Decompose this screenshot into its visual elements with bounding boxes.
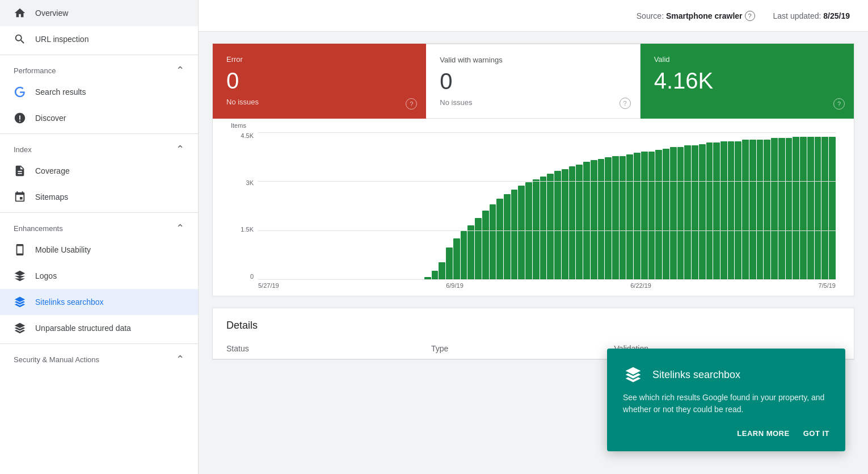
bar-46	[591, 160, 597, 280]
index-chevron-icon: ⌃	[176, 143, 184, 156]
sidebar-item-unparsable-structured-data[interactable]: Unparsable structured data	[0, 315, 198, 341]
error-label: Error	[226, 55, 412, 64]
security-manual-label: Security & Manual Actions	[14, 355, 99, 364]
sidebar-item-overview[interactable]: Overview	[0, 0, 198, 26]
sidebar: Overview URL inspection Performance ⌃ Se…	[0, 0, 199, 474]
bar-74	[793, 137, 799, 280]
got-it-button[interactable]: GOT IT	[803, 427, 829, 440]
sidebar-item-url-inspection[interactable]: URL inspection	[0, 26, 198, 52]
tooltip-header: Sitelinks searchbox	[623, 364, 829, 385]
asterisk-icon	[14, 112, 26, 124]
warning-help-icon[interactable]: ?	[620, 98, 631, 109]
header-bar: Source: Smartphone crawler ? Last update…	[199, 0, 868, 32]
google-icon	[14, 86, 26, 98]
bar-27	[453, 238, 460, 280]
bar-25	[439, 262, 445, 280]
bar-chart: Items 4.5K 3K 1.5K 0	[213, 119, 854, 296]
y-tick-1: 0	[231, 273, 254, 280]
index-section-header[interactable]: Index ⌃	[0, 136, 198, 158]
bar-56	[663, 149, 669, 280]
sitelinks-searchbox-label: Sitelinks searchbox	[35, 297, 104, 307]
mobile-icon	[14, 244, 26, 256]
bar-33	[496, 199, 503, 280]
security-manual-section-header[interactable]: Security & Manual Actions ⌃	[0, 346, 198, 368]
stats-row: Error 0 No issues ? Valid with warnings …	[213, 44, 854, 119]
search-results-label: Search results	[35, 87, 86, 97]
bar-31	[482, 211, 489, 280]
stat-card-valid[interactable]: Valid 4.16K ?	[641, 44, 854, 119]
layers-icon	[14, 296, 26, 308]
bar-28	[461, 231, 467, 280]
bar-78	[821, 137, 828, 280]
bar-38	[533, 179, 540, 280]
discover-label: Discover	[35, 114, 66, 123]
sidebar-item-sitemaps[interactable]: Sitemaps	[0, 184, 198, 210]
bar-70	[764, 140, 770, 280]
learn-more-button[interactable]: LEARN MORE	[737, 427, 789, 440]
error-value: 0	[226, 68, 412, 93]
bar-64	[720, 141, 727, 280]
sidebar-item-logos[interactable]: Logos	[0, 263, 198, 289]
bar-52	[634, 153, 641, 280]
bar-68	[749, 140, 756, 280]
enhancements-section-header[interactable]: Enhancements ⌃	[0, 215, 198, 237]
unparsable-structured-data-label: Unparsable structured data	[35, 324, 131, 333]
bar-48	[605, 157, 612, 280]
enhancements-label: Enhancements	[14, 224, 63, 233]
bar-47	[598, 159, 605, 280]
bar-59	[684, 145, 691, 280]
warning-sublabel: No issues	[440, 98, 626, 107]
bar-62	[706, 142, 713, 280]
warning-label: Valid with warnings	[440, 56, 626, 64]
performance-label: Performance	[14, 66, 56, 75]
tooltip-title: Sitelinks searchbox	[652, 369, 740, 381]
sidebar-item-search-results[interactable]: Search results	[0, 79, 198, 105]
tooltip-description: See which rich results Google found in y…	[623, 392, 829, 416]
col-type: Type	[418, 338, 601, 359]
sidebar-item-coverage[interactable]: Coverage	[0, 158, 198, 184]
bar-35	[511, 190, 518, 280]
bar-50	[620, 156, 626, 280]
bar-58	[677, 147, 684, 280]
error-help-icon[interactable]: ?	[406, 98, 417, 110]
home-icon	[14, 7, 26, 19]
warning-value: 0	[440, 69, 626, 94]
bar-43	[569, 166, 576, 280]
source-help-icon[interactable]: ?	[745, 11, 755, 21]
bar-65	[728, 141, 735, 280]
bar-69	[757, 140, 764, 280]
url-inspection-label: URL inspection	[35, 35, 89, 44]
sidebar-item-discover[interactable]: Discover	[0, 105, 198, 131]
bar-40	[547, 174, 554, 280]
stat-card-warning[interactable]: Valid with warnings 0 No issues ?	[426, 44, 640, 119]
performance-chevron-icon: ⌃	[176, 64, 184, 77]
stats-chart-card: Error 0 No issues ? Valid with warnings …	[212, 43, 854, 296]
sidebar-item-sitelinks-searchbox[interactable]: Sitelinks searchbox	[0, 289, 198, 315]
performance-section-header[interactable]: Performance ⌃	[0, 57, 198, 79]
bar-39	[540, 177, 547, 280]
bar-66	[735, 141, 741, 280]
enhancements-chevron-icon: ⌃	[176, 222, 184, 234]
y-tick-3: 3K	[231, 179, 254, 186]
bar-67	[742, 140, 749, 280]
source-prefix: Source:	[637, 11, 664, 20]
x-label-2: 6/9/19	[446, 282, 464, 289]
mobile-usability-label: Mobile Usability	[35, 245, 91, 254]
valid-value: 4.16K	[654, 68, 840, 93]
bar-42	[562, 169, 568, 280]
stat-card-error[interactable]: Error 0 No issues ?	[213, 44, 426, 119]
bar-26	[446, 248, 453, 280]
valid-help-icon[interactable]: ?	[833, 98, 845, 110]
sidebar-item-mobile-usability[interactable]: Mobile Usability	[0, 237, 198, 263]
bar-77	[815, 137, 821, 280]
bar-29	[467, 225, 474, 280]
bar-60	[692, 145, 698, 280]
bar-24	[432, 271, 439, 280]
overview-label: Overview	[35, 9, 68, 18]
error-sublabel: No issues	[226, 98, 412, 106]
y-label-items: Items	[231, 122, 246, 129]
bar-61	[699, 144, 706, 280]
coverage-label: Coverage	[35, 166, 70, 175]
bar-32	[490, 204, 496, 280]
doc-icon	[14, 165, 26, 177]
